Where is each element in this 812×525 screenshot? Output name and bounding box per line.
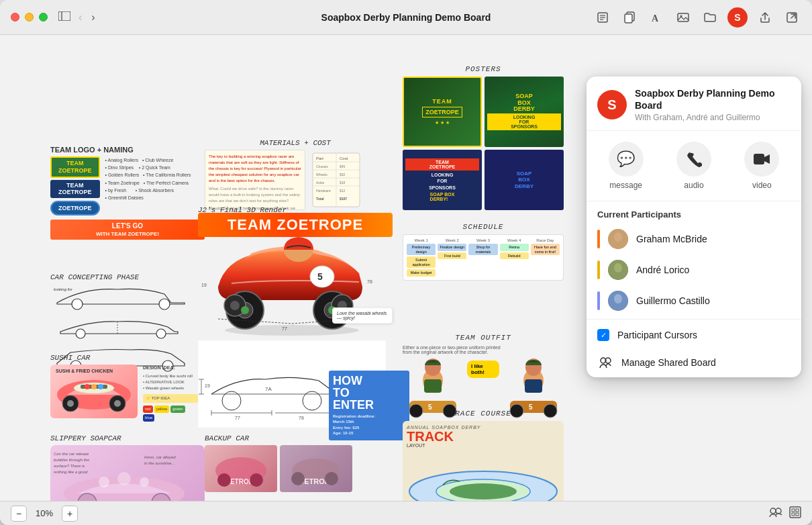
- sushi-car-illustration: SUSHI & FRIED CHICKEN: [50, 365, 138, 418]
- folder-icon[interactable]: [701, 8, 719, 27]
- traffic-lights: [11, 13, 48, 21]
- team-logo-section: TEAM LOGO + NAMING TEAMZOETROPE TEAMZOET…: [50, 146, 205, 240]
- posters-label: POSTERS: [403, 65, 564, 73]
- svg-rect-128: [754, 154, 764, 164]
- svg-point-127: [450, 483, 517, 499]
- backup-photo-1: ZOETROPE: [205, 445, 277, 492]
- collaborators-icon[interactable]: [769, 507, 782, 520]
- poster-1: TEAM ZOETROPE ★ ★ ★: [403, 77, 482, 147]
- sushi-car-label: SUSHI CAR: [50, 354, 198, 362]
- graham-avatar: [608, 229, 628, 249]
- race-course-label: RACE COURSE: [403, 410, 564, 418]
- posters-section: POSTERS TEAM ZOETROPE ★ ★ ★ SOAPBOXDERBY…: [403, 65, 564, 210]
- andre-name: André Lorico: [636, 265, 689, 275]
- svg-point-134: [614, 294, 622, 303]
- image-icon[interactable]: [674, 8, 693, 27]
- audio-label: audio: [684, 181, 703, 190]
- svg-text:in the sunshine...: in the sunshine...: [144, 461, 174, 465]
- close-button[interactable]: [11, 13, 19, 21]
- minimize-button[interactable]: [25, 13, 34, 21]
- canvas-area[interactable]: TEAM LOGO + NAMING TEAMZOETROPE TEAMZOET…: [0, 35, 812, 501]
- svg-point-56: [140, 477, 149, 487]
- popover-board-avatar: S: [597, 90, 627, 120]
- user-avatar-button[interactable]: S: [727, 7, 748, 28]
- fit-to-screen-icon[interactable]: [789, 506, 801, 521]
- text-icon[interactable]: A: [647, 8, 666, 27]
- svg-text:nothing like a good: nothing like a good: [54, 470, 88, 474]
- svg-text:77: 77: [235, 416, 240, 420]
- outfit-description: Either a one-piece or two-piece uniform …: [403, 345, 564, 354]
- svg-text:looking for: looking for: [54, 287, 73, 291]
- how-to-enter-section: HOW TO ENTER Registration deadline: Marc…: [329, 371, 409, 440]
- svg-rect-143: [796, 513, 799, 516]
- schedule-label: SCHEDULE: [403, 223, 564, 231]
- svg-rect-139: [790, 507, 801, 518]
- svg-text:Part: Part: [316, 156, 323, 160]
- svg-point-80: [241, 306, 249, 314]
- participant-graham[interactable]: Graham McBride: [587, 224, 801, 254]
- share-icon[interactable]: [756, 8, 774, 27]
- forward-icon[interactable]: ›: [89, 10, 97, 25]
- maximize-button[interactable]: [39, 13, 48, 21]
- video-action[interactable]: video: [738, 142, 786, 190]
- message-label: message: [609, 181, 642, 190]
- svg-text:78: 78: [299, 416, 304, 420]
- materials-section: MATERIALS + COST The key to building a w…: [205, 139, 386, 211]
- participant-cursors-checkbox[interactable]: ✓: [597, 329, 609, 341]
- open-in-new-icon[interactable]: [782, 8, 801, 27]
- popover-divider-1: [587, 319, 801, 320]
- svg-text:19: 19: [205, 383, 210, 388]
- sushi-car-section: SUSHI CAR: [50, 354, 198, 422]
- audio-icon: [676, 142, 711, 177]
- svg-rect-7: [625, 14, 632, 23]
- car-sketch-1: looking for: [50, 284, 191, 311]
- audio-action[interactable]: audio: [670, 142, 718, 190]
- svg-text:surface? There is: surface? There is: [54, 464, 85, 468]
- zoom-out-button[interactable]: −: [11, 506, 27, 522]
- graham-name: Graham McBride: [636, 234, 707, 244]
- materials-sketch: Part Cost Chassis $45 Wheels $32 Axles $…: [309, 150, 363, 211]
- sushi-car-notes: DESIGN IDEA: • Curved body like sushi ro…: [143, 365, 198, 422]
- materials-label: MATERIALS + COST: [205, 139, 386, 147]
- svg-text:A: A: [652, 13, 659, 23]
- manage-shared-board-item[interactable]: Manage Shared Board: [587, 348, 801, 377]
- back-icon[interactable]: ‹: [76, 10, 85, 25]
- participants-header: Current Participants: [587, 201, 801, 224]
- andre-avatar: [608, 260, 628, 280]
- participant-cursors-item[interactable]: ✓ Participant Cursors: [587, 322, 801, 348]
- svg-point-110: [325, 472, 338, 485]
- app-window: ‹ › Soapbox Derby Planning Demo Board: [0, 0, 812, 525]
- zoom-in-button[interactable]: +: [62, 506, 78, 522]
- svg-text:$12: $12: [340, 189, 346, 193]
- svg-text:7A: 7A: [265, 386, 272, 392]
- svg-text:77: 77: [282, 326, 287, 331]
- svg-point-32: [159, 299, 170, 309]
- team-logo-label: TEAM LOGO + NAMING: [50, 146, 205, 154]
- svg-point-132: [614, 263, 622, 273]
- zoom-value[interactable]: 10%: [32, 508, 56, 518]
- svg-text:78: 78: [367, 279, 372, 284]
- copy-icon[interactable]: [620, 8, 639, 27]
- video-label: video: [752, 181, 772, 190]
- car-concepting-label: CAR CONCEPTING PHASE: [50, 273, 198, 281]
- message-action[interactable]: 💬 message: [602, 142, 650, 190]
- board-title: Soapbox Derby Planning Demo Board: [321, 12, 491, 23]
- graham-color-bar: [597, 230, 600, 248]
- race-course-section: RACE COURSE ANNUAL SOAPBOX DERBY TRACK L…: [403, 410, 564, 501]
- how-to-enter-card: HOW TO ENTER Registration deadline: Marc…: [329, 371, 409, 440]
- participant-guillermo[interactable]: Guillermo Castillo: [587, 285, 801, 316]
- svg-text:$18: $18: [340, 181, 346, 185]
- svg-point-46: [85, 384, 90, 389]
- participant-andre[interactable]: André Lorico: [587, 254, 801, 285]
- svg-rect-142: [792, 513, 795, 516]
- popover-actions: 💬 message audio: [587, 131, 801, 201]
- toolbar: A S: [593, 7, 801, 28]
- guillermo-avatar: [608, 291, 628, 311]
- notes-icon[interactable]: [593, 8, 612, 27]
- sidebar-toggle-icon[interactable]: [58, 11, 70, 23]
- bottom-bar: − 10% +: [0, 501, 812, 525]
- poster-3: TEAMZOETROPE LOOKINGFORSPONSORS SOAP BOX…: [403, 150, 482, 210]
- race-track: ANNUAL SOAPBOX DERBY TRACK LAYOUT: [403, 421, 564, 501]
- svg-text:Hmm, car alloyed: Hmm, car alloyed: [144, 455, 176, 459]
- slippery-label: SLIPPERY SOAPCAR: [50, 434, 205, 442]
